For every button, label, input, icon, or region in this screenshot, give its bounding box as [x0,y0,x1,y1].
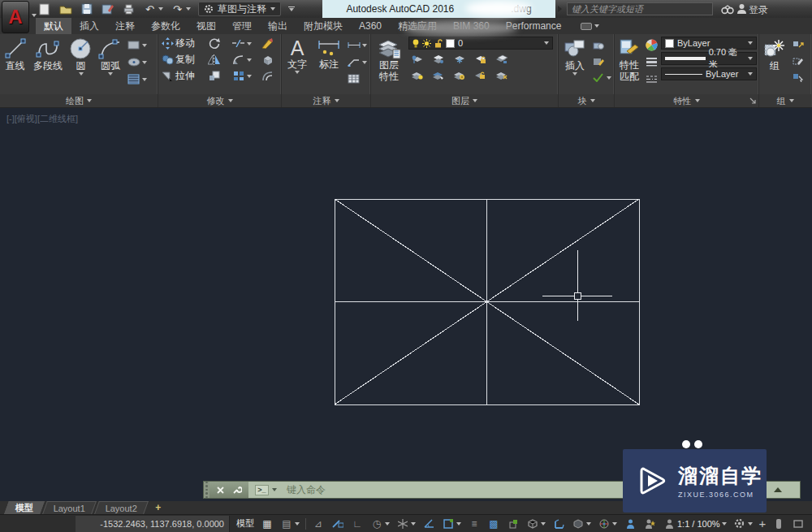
panel-title-properties[interactable]: 特性 [615,94,758,107]
user-icon[interactable] [736,3,747,18]
dimension-caret-icon[interactable] [362,44,367,47]
model-space-button[interactable]: 模型 [233,516,257,532]
offset-icon[interactable] [261,69,274,82]
layer-lock-icon[interactable] [473,53,487,66]
stretch-button[interactable]: 拉伸 [162,69,207,83]
circle-button[interactable]: 圆 [67,35,94,86]
polyline-button[interactable]: 多段线 [30,35,66,86]
tab-layout1[interactable]: Layout1 [42,501,97,514]
tab-parametric[interactable]: 参数化 [143,18,188,34]
ellipse-icon[interactable] [127,56,140,69]
help-search-input[interactable]: 键入关键字或短语 [567,2,713,15]
polar-tracking-toggle[interactable]: ◷ [367,516,393,532]
close-icon[interactable] [217,487,224,494]
lineweight-list-icon[interactable] [645,55,659,68]
panel-title-layers[interactable]: 图层 [371,94,558,107]
tab-layout2[interactable]: Layout2 [94,501,149,514]
gizmo-toggle[interactable] [594,516,620,532]
tab-a360[interactable]: A360 [351,18,390,34]
search-binoculars-icon[interactable] [721,3,734,18]
move-button[interactable]: 移动 [162,37,207,50]
ellipse-caret-icon[interactable] [142,61,147,64]
layer-freeze-icon[interactable] [452,53,466,66]
mirror-icon[interactable] [207,53,221,66]
workspace-switcher[interactable]: 草图与注释 [198,2,281,16]
layer-isolate-icon[interactable] [410,53,424,66]
selection-cycling-toggle[interactable] [503,516,523,532]
panel-title-modify[interactable]: 修改 [158,94,281,107]
customization-button[interactable]: + [756,516,770,532]
erase-icon[interactable] [261,37,274,50]
save-icon[interactable] [80,2,93,15]
new-layout-button[interactable]: + [149,501,167,514]
tab-insert[interactable]: 插入 [71,18,107,34]
layer-properties-button[interactable]: 图层 特性 [374,36,404,82]
hatch-caret-icon[interactable] [142,78,147,81]
dimension-button[interactable]: 标注 [314,35,343,85]
block-edit-icon[interactable] [591,38,605,51]
annotation-visibility-toggle[interactable] [620,516,640,532]
dynamic-ucs-toggle[interactable] [549,516,568,532]
layer-off-other-icon[interactable] [495,69,508,82]
new-file-icon[interactable] [37,2,51,15]
plot-icon[interactable] [122,2,136,15]
wrench-icon[interactable] [232,485,242,495]
linetype-dropdown[interactable]: ByLayer [661,67,757,80]
transparency-toggle[interactable]: ▩ [484,516,503,532]
infer-constraints-toggle[interactable]: ⊿ [309,516,328,532]
layer-unlock-all-icon[interactable] [473,69,487,82]
undo-icon[interactable]: ↶ [143,2,157,15]
tab-home[interactable]: 默认 [36,18,71,34]
recent-commands-caret-icon[interactable] [272,488,277,491]
insert-block-button[interactable]: 插入 [561,36,589,84]
rectangle-caret-icon[interactable] [142,44,147,47]
clean-screen-button[interactable] [788,516,808,532]
dynamic-input-toggle[interactable] [328,516,348,532]
undo-caret-icon[interactable] [158,7,163,11]
panel-title-annotation[interactable]: 注释 [282,94,370,107]
annotation-scale-button[interactable]: 1:1 / 100% [659,516,730,532]
grid-display-toggle[interactable]: ▦ [257,516,277,532]
hatch-icon[interactable] [127,73,140,86]
selection-filtering-toggle[interactable] [568,516,594,532]
workspace-switching-button[interactable] [730,516,756,532]
scale-icon[interactable] [207,69,221,82]
properties-dialog-launcher-icon[interactable] [749,97,756,104]
explode-icon[interactable] [261,53,274,66]
layer-unisolate-icon[interactable] [431,53,445,66]
save-as-icon[interactable] [101,2,114,15]
tab-view[interactable]: 视图 [188,18,224,34]
autoscale-toggle[interactable] [640,516,659,532]
layer-make-current-icon[interactable] [431,69,445,82]
command-bar-grip[interactable] [204,482,209,498]
layer-match-icon[interactable] [495,53,508,66]
tab-addins[interactable]: 附加模块 [296,18,351,34]
trim-icon[interactable] [231,37,245,50]
lineweight-dropdown[interactable]: 0.70 毫米 [661,52,757,65]
isometric-drafting-toggle[interactable] [393,516,419,532]
panel-title-draw[interactable]: 绘图 [0,94,158,107]
array-icon[interactable] [231,70,245,83]
copy-button[interactable]: 复制 [162,53,207,67]
linetype-list-icon[interactable] [645,72,659,85]
ortho-mode-toggle[interactable]: ∟ [348,516,367,532]
rectangle-with-diagonals[interactable] [335,199,639,404]
snap-mode-toggle[interactable]: ▤ [277,516,303,532]
isolate-objects-button[interactable] [769,516,788,532]
tab-output[interactable]: 输出 [260,18,296,34]
leader-icon[interactable] [347,56,361,69]
block-edit-attributes-icon[interactable] [591,54,605,67]
group-selection-toggle-icon[interactable] [791,71,805,84]
drawing-tab-menu-icon[interactable] [558,6,562,12]
command-history-up-icon[interactable] [774,487,782,492]
tab-manage[interactable]: 管理 [224,18,260,34]
panel-title-block[interactable]: 块 [559,94,614,107]
command-prompt-icon[interactable]: >_ [255,485,269,495]
3d-object-snap-toggle[interactable] [523,516,549,532]
redo-caret-icon[interactable] [186,7,191,11]
rectangle-icon[interactable] [127,39,140,52]
group-edit-icon[interactable] [791,54,805,67]
text-button[interactable]: A 文字 [283,35,311,85]
tab-model[interactable]: 模型 [4,501,45,514]
fillet-caret-icon[interactable] [247,58,252,62]
